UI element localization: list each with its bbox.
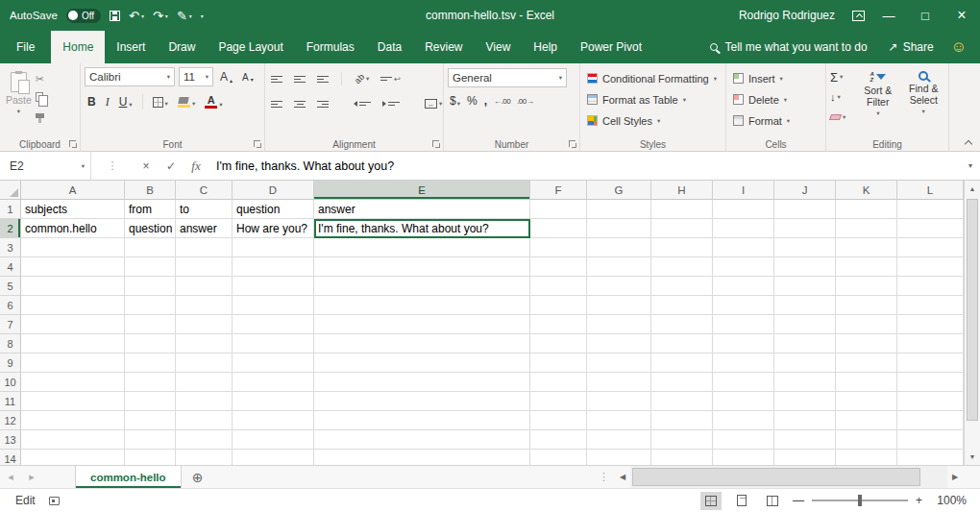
cell-C10[interactable]: [176, 373, 233, 392]
cell-D5[interactable]: [233, 277, 314, 296]
fill-button[interactable]: ↓▾: [830, 89, 853, 105]
cell-A1[interactable]: subjects: [21, 200, 125, 219]
cell-A10[interactable]: [21, 373, 125, 392]
page-layout-view-button[interactable]: [731, 492, 752, 510]
cell-B8[interactable]: [125, 334, 176, 354]
cell-C1[interactable]: to: [176, 200, 233, 219]
cell-styles-button[interactable]: Cell Styles ▾: [584, 111, 722, 130]
scroll-left-button[interactable]: ◀: [615, 473, 630, 481]
sort-filter-button[interactable]: AZ Sort & Filter ▾: [857, 69, 898, 136]
cell-H2[interactable]: [651, 219, 713, 238]
cell-E8[interactable]: [314, 334, 530, 354]
cell-G8[interactable]: [587, 334, 651, 354]
new-sheet-button[interactable]: ⊕: [182, 466, 214, 488]
cell-C9[interactable]: [176, 354, 233, 373]
top-align-button[interactable]: [269, 76, 284, 83]
bold-button[interactable]: B: [85, 94, 99, 110]
insert-cells-button[interactable]: Insert ▾: [730, 69, 821, 87]
vertical-scroll-thumb[interactable]: [967, 199, 978, 421]
cell-G5[interactable]: [587, 277, 651, 296]
align-center-button[interactable]: [292, 101, 307, 108]
cell-B10[interactable]: [125, 373, 176, 392]
wrap-text-button[interactable]: ↩: [379, 75, 403, 84]
tell-me-box[interactable]: Tell me what you want to do: [700, 40, 876, 54]
column-header-C[interactable]: C: [176, 181, 233, 200]
cell-H3[interactable]: [651, 238, 713, 257]
cell-H10[interactable]: [651, 373, 713, 392]
cell-G13[interactable]: [587, 430, 651, 450]
scroll-down-button[interactable]: ▼: [965, 449, 980, 465]
cell-J3[interactable]: [774, 238, 836, 257]
italic-button[interactable]: I: [103, 94, 112, 110]
cell-C12[interactable]: [176, 411, 233, 430]
cell-K2[interactable]: [836, 219, 897, 238]
cell-A14[interactable]: [21, 450, 125, 465]
cell-D7[interactable]: [233, 315, 314, 334]
cell-A11[interactable]: [21, 392, 125, 411]
middle-align-button[interactable]: [292, 76, 307, 83]
cell-D11[interactable]: [233, 392, 314, 411]
cut-button[interactable]: ✂: [36, 72, 48, 85]
feedback-smiley-icon[interactable]: ☺: [945, 38, 980, 56]
collapse-ribbon-button[interactable]: [965, 138, 972, 146]
scroll-right-button[interactable]: ▶: [947, 473, 963, 481]
cell-I3[interactable]: [713, 238, 774, 257]
cell-E7[interactable]: [314, 315, 530, 334]
cell-J4[interactable]: [774, 257, 836, 277]
zoom-level[interactable]: 100%: [932, 494, 967, 507]
cell-B3[interactable]: [125, 238, 176, 257]
cell-J11[interactable]: [774, 392, 836, 411]
scroll-up-button[interactable]: ▲: [965, 181, 980, 197]
share-button[interactable]: ↗ Share: [877, 40, 945, 54]
cell-E9[interactable]: [314, 354, 530, 373]
cell-C5[interactable]: [176, 277, 233, 296]
cell-F13[interactable]: [530, 430, 587, 450]
column-header-A[interactable]: A: [21, 181, 125, 200]
tab-formulas[interactable]: Formulas: [295, 31, 366, 63]
cell-A6[interactable]: [21, 296, 125, 315]
cell-F1[interactable]: [530, 200, 587, 219]
cell-A4[interactable]: [21, 257, 125, 277]
column-header-J[interactable]: J: [774, 181, 836, 200]
row-header-1[interactable]: 1: [0, 200, 21, 219]
cell-J9[interactable]: [774, 354, 836, 373]
cell-D4[interactable]: [233, 257, 314, 277]
normal-view-button[interactable]: [700, 492, 722, 510]
tab-help[interactable]: Help: [522, 31, 569, 63]
enter-button[interactable]: ✓: [159, 152, 184, 180]
column-header-B[interactable]: B: [125, 181, 176, 200]
cell-H9[interactable]: [651, 354, 713, 373]
cell-I8[interactable]: [713, 334, 774, 354]
zoom-slider-thumb[interactable]: [858, 495, 862, 506]
cell-H11[interactable]: [651, 392, 713, 411]
cell-J13[interactable]: [774, 430, 836, 450]
cell-L5[interactable]: [897, 277, 964, 296]
cell-G11[interactable]: [587, 392, 651, 411]
font-size-select[interactable]: 11 ▾: [179, 67, 213, 86]
cell-B9[interactable]: [125, 354, 176, 373]
number-dialog-launcher[interactable]: [569, 140, 576, 148]
cell-B2[interactable]: question: [125, 219, 176, 238]
cell-D12[interactable]: [233, 411, 314, 430]
format-cells-button[interactable]: Format ▾: [730, 111, 821, 130]
cell-H7[interactable]: [651, 315, 713, 334]
cell-H4[interactable]: [651, 257, 713, 277]
cell-F6[interactable]: [530, 296, 587, 315]
select-all-button[interactable]: [0, 181, 21, 200]
cell-H1[interactable]: [651, 200, 713, 219]
cell-F12[interactable]: [530, 411, 587, 430]
inking-button[interactable]: ✎ ▾: [177, 9, 192, 23]
shrink-font-button[interactable]: A▾: [239, 71, 257, 84]
find-select-button[interactable]: Find & Select ▾: [903, 69, 944, 136]
cell-H6[interactable]: [651, 296, 713, 315]
formula-input[interactable]: I'm fine, thanks. What about you?: [208, 152, 961, 180]
cell-L6[interactable]: [897, 296, 964, 315]
zoom-in-button[interactable]: +: [916, 494, 922, 507]
cell-E3[interactable]: [314, 238, 530, 257]
name-box[interactable]: E2 ▾: [0, 152, 91, 180]
cell-F10[interactable]: [530, 373, 587, 392]
page-break-view-button[interactable]: [762, 492, 783, 510]
cell-F11[interactable]: [530, 392, 587, 411]
decrease-indent-button[interactable]: [352, 101, 373, 107]
row-header-11[interactable]: 11: [0, 392, 21, 411]
